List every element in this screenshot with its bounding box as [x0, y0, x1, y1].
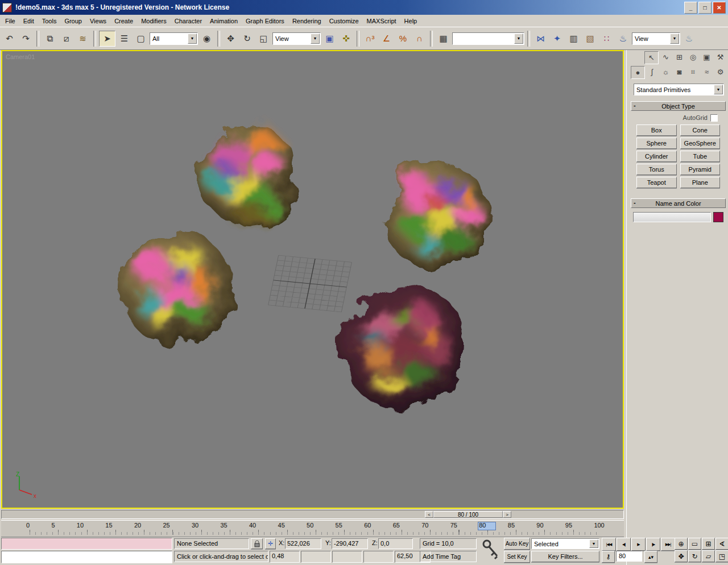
- name-and-color-rollout-header[interactable]: - Name and Color: [631, 198, 726, 208]
- menu-item[interactable]: Edit: [19, 16, 38, 26]
- go-to-start-button[interactable]: |◀◀: [602, 538, 616, 551]
- viewport-label[interactable]: Camera01: [6, 53, 35, 60]
- bind-to-space-warp-icon[interactable]: ≋: [75, 31, 90, 46]
- select-and-move-icon[interactable]: ✥: [223, 31, 238, 46]
- go-to-end-button[interactable]: ▶▶|: [661, 538, 675, 551]
- object-type-button[interactable]: Pyramid: [680, 164, 721, 175]
- angle-snap-toggle-icon[interactable]: ∠: [379, 31, 394, 46]
- truck-camera-button[interactable]: ✥: [675, 550, 688, 562]
- maxscript-listener-output-pane[interactable]: [1, 551, 172, 563]
- object-type-button[interactable]: GeoSphere: [680, 138, 721, 149]
- category-space-warps[interactable]: ≈: [700, 66, 713, 78]
- object-type-button[interactable]: Teapot: [636, 177, 677, 188]
- object-type-button[interactable]: Tube: [680, 151, 721, 162]
- status-field[interactable]: [301, 551, 331, 563]
- object-type-button[interactable]: Cylinder: [636, 151, 677, 162]
- category-cameras[interactable]: ◙: [673, 66, 686, 78]
- tab-create[interactable]: ↖: [644, 51, 659, 64]
- select-by-name-icon[interactable]: ☰: [117, 31, 132, 46]
- set-key-button[interactable]: Set Key: [504, 551, 530, 563]
- selection-lock-button[interactable]: [251, 538, 263, 549]
- status-field[interactable]: [363, 551, 394, 563]
- select-and-rotate-icon[interactable]: ↻: [239, 31, 255, 46]
- category-shapes[interactable]: ∫: [646, 66, 659, 78]
- current-frame-field[interactable]: 80: [616, 551, 642, 562]
- absolute-offset-mode-button[interactable]: ✛: [265, 538, 276, 549]
- percent-snap-toggle-icon[interactable]: %: [395, 31, 411, 46]
- object-type-rollout-header[interactable]: - Object Type: [631, 101, 726, 111]
- menu-item[interactable]: Animation: [206, 16, 242, 26]
- render-type-dropdown[interactable]: View: [632, 32, 680, 45]
- unlink-selection-icon[interactable]: ⧄: [59, 31, 74, 46]
- field-of-view-button[interactable]: ∢: [715, 538, 728, 550]
- menu-item[interactable]: Tools: [38, 16, 61, 26]
- time-slider-prev-button[interactable]: <: [425, 511, 433, 518]
- selection-filter-dropdown[interactable]: All: [150, 32, 198, 45]
- reference-coordinate-system-dropdown[interactable]: View: [272, 32, 321, 45]
- menu-item[interactable]: Help: [400, 16, 421, 26]
- tab-utilities[interactable]: ⚒: [714, 51, 727, 63]
- zoom-all-button[interactable]: ⊞: [702, 538, 715, 550]
- track-bar[interactable]: 0510152025303540455055606570758085909510…: [1, 520, 624, 537]
- min-max-toggle-button[interactable]: ◳: [715, 550, 728, 562]
- category-systems[interactable]: ⚙: [714, 66, 727, 78]
- next-frame-button[interactable]: |▶: [646, 538, 660, 551]
- maxscript-listener-macro-pane[interactable]: [1, 538, 172, 550]
- zoom-extents-button[interactable]: ▭: [688, 538, 701, 550]
- time-slider-next-button[interactable]: >: [503, 511, 511, 518]
- edit-named-selections-icon[interactable]: ▦: [436, 31, 451, 46]
- object-color-swatch[interactable]: [713, 212, 723, 222]
- menu-item[interactable]: Customize: [325, 16, 363, 26]
- time-slider[interactable]: < 80 / 100 >: [1, 510, 624, 519]
- play-button[interactable]: ▶: [631, 538, 646, 551]
- undo-icon[interactable]: ↶: [2, 31, 17, 46]
- menu-item[interactable]: Group: [60, 16, 86, 26]
- window-crossing-toggle-icon[interactable]: ◉: [199, 31, 214, 46]
- menu-item[interactable]: File: [1, 16, 19, 26]
- y-coord-field[interactable]: -290,427: [332, 538, 368, 549]
- category-geometry[interactable]: ●: [631, 66, 645, 79]
- category-helpers[interactable]: ⌗: [686, 66, 700, 78]
- object-type-button[interactable]: Torus: [636, 164, 677, 175]
- tab-display[interactable]: ▣: [700, 51, 713, 63]
- quick-render-icon[interactable]: ♨: [681, 31, 697, 46]
- spinner-snap-toggle-icon[interactable]: ∩: [412, 31, 427, 46]
- category-lights[interactable]: ☼: [659, 66, 672, 78]
- use-pivot-point-icon[interactable]: ▣: [322, 31, 337, 46]
- material-editor-icon[interactable]: ∷: [599, 31, 614, 46]
- select-object-icon[interactable]: ➤: [99, 31, 115, 47]
- object-type-button[interactable]: Cone: [680, 124, 721, 136]
- x-coord-field[interactable]: 522,026: [285, 538, 321, 549]
- minimize-button[interactable]: _: [684, 2, 697, 14]
- select-and-link-icon[interactable]: ⧉: [42, 31, 57, 46]
- close-button[interactable]: ✕: [713, 2, 726, 14]
- track-view-icon[interactable]: ▥: [566, 31, 581, 46]
- title-bar[interactable]: !demo5.max - 3ds max 5 - Unregistered Ve…: [0, 0, 728, 15]
- named-selection-sets-dropdown[interactable]: [452, 32, 524, 45]
- mirror-icon[interactable]: ⋈: [533, 31, 548, 46]
- tab-modify[interactable]: ∿: [659, 51, 672, 63]
- z-coord-field[interactable]: 0,0: [378, 538, 413, 549]
- auto-key-button[interactable]: Auto Key: [504, 538, 530, 550]
- object-name-input[interactable]: [633, 212, 711, 222]
- snaps-toggle-icon[interactable]: ∩³: [362, 31, 378, 46]
- subcategory-dropdown[interactable]: Standard Primitives: [634, 84, 724, 95]
- menu-item[interactable]: MAXScript: [363, 16, 400, 26]
- redo-icon[interactable]: ↷: [18, 31, 34, 46]
- dolly-camera-button[interactable]: ⊕: [675, 538, 688, 550]
- tab-hierarchy[interactable]: ⊞: [673, 51, 686, 63]
- frame-spinner[interactable]: ▴▾: [644, 551, 657, 563]
- object-type-button[interactable]: Sphere: [636, 138, 677, 149]
- menu-item[interactable]: Rendering: [288, 16, 325, 26]
- menu-item[interactable]: Character: [171, 16, 206, 26]
- select-and-manipulate-icon[interactable]: ✜: [338, 31, 354, 46]
- object-type-button[interactable]: Box: [636, 124, 677, 136]
- key-mode-toggle-button[interactable]: ⚷: [602, 551, 615, 563]
- add-time-tag[interactable]: Add Time Tag: [420, 551, 477, 562]
- menu-item[interactable]: Create: [110, 16, 137, 26]
- key-filters-button[interactable]: Key Filters...: [531, 551, 599, 562]
- camera-viewport[interactable]: Camera01: [1, 50, 624, 509]
- time-slider-thumb[interactable]: < 80 / 100 >: [425, 511, 511, 518]
- status-field[interactable]: 0,48: [270, 551, 300, 563]
- menu-item[interactable]: Graph Editors: [242, 16, 288, 26]
